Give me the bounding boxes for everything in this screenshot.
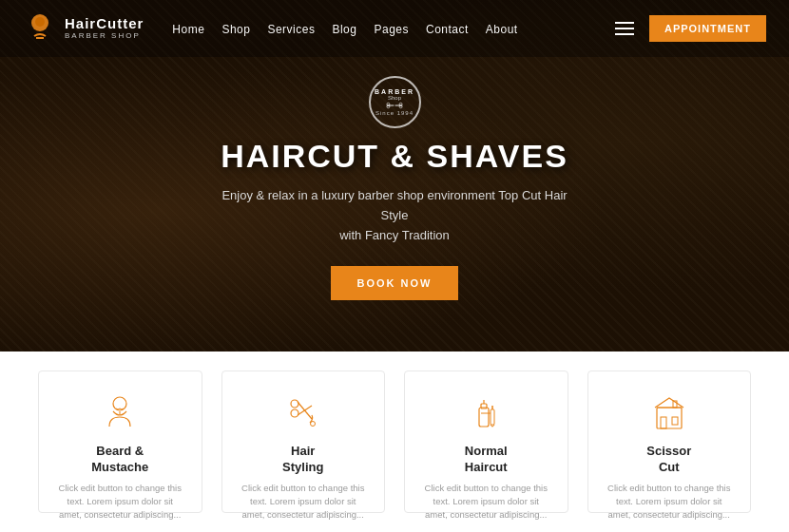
beard-icon [96,390,144,434]
nav-about[interactable]: About [486,23,518,36]
logo-text: HairCutter BARBER SHOP [65,16,144,40]
service-card-beard: Beard &Mustache Click edit button to cha… [38,370,202,513]
hamburger-menu[interactable] [615,22,634,35]
service-desc-scissor: Click edit button to change this text. L… [607,482,731,522]
badge-circle: BARBER Shop Since 1994 [369,76,421,128]
hero-content: BARBER Shop Since 1994 HAIRCUT & SHAVES [0,57,789,329]
svg-line-14 [298,406,312,415]
appointment-button[interactable]: APPOINTMENT [649,15,766,42]
svg-point-12 [291,409,298,417]
nav-services[interactable]: Services [267,23,315,36]
haircut-icon [462,390,510,434]
svg-rect-20 [491,409,494,425]
nav-shop[interactable]: Shop [221,23,250,36]
nav-home[interactable]: Home [172,23,204,36]
nav-pages[interactable]: Pages [374,23,409,36]
service-title-scissor: ScissorCut [646,444,691,476]
svg-rect-16 [479,408,489,427]
badge-inner: BARBER Shop Since 1994 [375,88,414,116]
svg-point-11 [291,400,298,408]
service-card-scissor: ScissorCut Click edit button to change t… [587,370,752,513]
styling-icon [279,390,327,434]
service-card-styling: HairStyling Click edit button to change … [221,370,386,513]
logo-name: HairCutter [65,16,144,32]
hero-subtitle-line2: with Fancy Tradition [339,228,450,242]
hero-subtitle-line1: Enjoy & relax in a luxury barber shop en… [221,188,567,222]
service-title-haircut: NormalHaircut [465,444,508,476]
barber-badge: BARBER Shop Since 1994 [369,76,421,128]
service-desc-styling: Click edit button to change this text. L… [241,482,365,522]
scissor-cut-icon [645,390,693,434]
navbar: HairCutter BARBER SHOP Home Shop Service… [0,0,789,57]
nav-right: APPOINTMENT [615,15,766,42]
nav-links: Home Shop Services Blog Pages Contact Ab… [172,20,615,37]
service-desc-beard: Click edit button to change this text. L… [58,482,182,522]
service-card-haircut: NormalHaircut Click edit button to chang… [404,370,568,513]
service-desc-haircut: Click edit button to change this text. L… [424,482,548,522]
svg-rect-24 [672,417,678,425]
hamburger-line3 [615,33,634,35]
hamburger-line2 [615,28,634,29]
service-title-beard: Beard &Mustache [91,444,148,476]
services-section: Beard &Mustache Click edit button to cha… [0,352,789,532]
svg-point-1 [35,17,45,27]
logo-tagline: BARBER SHOP [65,32,144,41]
badge-scissors-icon [386,101,403,110]
service-title-styling: HairStyling [282,444,323,476]
hero-subtitle: Enjoy & relax in a luxury barber shop en… [214,186,575,245]
logo: HairCutter BARBER SHOP [23,11,144,46]
svg-rect-23 [661,417,666,428]
nav-blog[interactable]: Blog [332,23,356,36]
svg-point-15 [310,422,315,427]
hero-section: HairCutter BARBER SHOP Home Shop Service… [0,0,789,352]
badge-top: BARBER [375,88,414,95]
nav-contact[interactable]: Contact [426,23,469,36]
hero-title: HAIRCUT & SHAVES [221,138,568,175]
hamburger-line1 [615,22,634,24]
book-now-button[interactable]: BOOK NOW [331,266,459,300]
logo-icon [23,11,57,46]
badge-sub: Since 1994 [375,110,414,116]
